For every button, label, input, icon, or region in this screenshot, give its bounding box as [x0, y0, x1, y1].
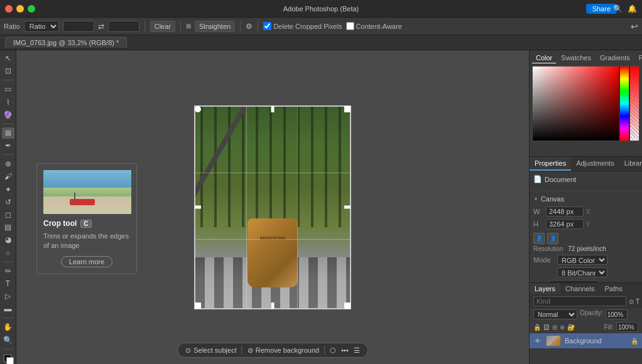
- foreground-color[interactable]: [2, 353, 14, 364]
- quick-select-tool[interactable]: 🔮: [2, 109, 14, 120]
- eyedropper-tool[interactable]: ✒: [2, 140, 14, 151]
- move-tool[interactable]: ↖: [2, 53, 14, 64]
- lasso-tool[interactable]: ⌇: [2, 97, 14, 108]
- zoom-tool[interactable]: 🔍: [2, 335, 14, 346]
- alpha-slider[interactable]: [630, 67, 639, 141]
- blur-tool[interactable]: ◕: [2, 234, 14, 245]
- tab-properties[interactable]: Properties: [530, 157, 571, 171]
- lock-icon-transparent[interactable]: 🔒: [533, 324, 541, 331]
- color-picker-area[interactable]: [532, 66, 639, 141]
- toolbar: Ratio Ratio 1:1 16:9 ⇄ Clear ⊞ Straighte…: [0, 18, 642, 35]
- bit-depth-select[interactable]: 8 Bit/Channel 16 Bit/Channel: [557, 267, 607, 277]
- mask-icon[interactable]: ⬡: [330, 346, 336, 355]
- opacity-input[interactable]: [606, 309, 628, 319]
- filter-icon-2[interactable]: T: [636, 298, 639, 305]
- crop-handle-top-right[interactable]: [344, 106, 351, 112]
- more-options-btn[interactable]: •••: [341, 346, 349, 354]
- crop-handle-mid-left[interactable]: [195, 206, 201, 209]
- fill-input[interactable]: [616, 322, 638, 332]
- artboard-tool[interactable]: ⊡: [2, 65, 14, 77]
- gradient-tool[interactable]: ▤: [2, 222, 14, 233]
- hue-slider[interactable]: [620, 67, 629, 141]
- blend-mode-select[interactable]: Normal Multiply Screen: [533, 309, 577, 319]
- ratio-height-input[interactable]: [108, 21, 139, 32]
- clone-tool[interactable]: ✦: [2, 184, 14, 195]
- lock-icon-artboard[interactable]: ⊕: [560, 324, 565, 331]
- brush-tool[interactable]: 🖌: [2, 171, 14, 182]
- select-subject-btn[interactable]: ⊙ Select subject: [185, 346, 236, 355]
- layers-search-input[interactable]: [533, 296, 626, 306]
- shape-tool[interactable]: ▬: [2, 303, 14, 314]
- tab-patterns[interactable]: Patterns: [635, 53, 642, 63]
- tab-adjustments[interactable]: Adjustments: [571, 157, 619, 171]
- lock-icon-all[interactable]: 🔐: [567, 324, 575, 331]
- swap-icon[interactable]: ⇄: [98, 22, 104, 31]
- undo-icon[interactable]: ↩: [631, 21, 638, 31]
- notifications-icon[interactable]: 🔔: [628, 4, 637, 13]
- settings-icon[interactable]: ⚙: [246, 22, 253, 31]
- tab-color[interactable]: Color: [532, 53, 556, 63]
- tab-paths[interactable]: Paths: [600, 283, 628, 294]
- ratio-width-input[interactable]: [63, 21, 94, 32]
- lock-icon-image[interactable]: 🖼: [543, 324, 550, 331]
- crop-handle-top-mid[interactable]: [271, 106, 275, 112]
- delete-cropped-checkbox[interactable]: [263, 22, 271, 30]
- tab-swatches[interactable]: Swatches: [557, 53, 595, 63]
- crop-tool[interactable]: ⊠: [2, 127, 14, 139]
- grid-icon: ⊞: [186, 23, 191, 29]
- tab-gradients[interactable]: Gradients: [596, 53, 634, 63]
- document-section-header[interactable]: 📄 Document: [533, 175, 638, 183]
- width-input[interactable]: [546, 206, 584, 217]
- ratio-select[interactable]: Ratio 1:1 16:9: [24, 21, 59, 32]
- learn-more-button[interactable]: Learn more: [61, 256, 112, 267]
- height-input[interactable]: [546, 219, 584, 229]
- content-aware-check[interactable]: Content-Aware: [346, 22, 402, 30]
- minimize-button[interactable]: [16, 5, 24, 13]
- delete-cropped-check[interactable]: Delete Cropped Pixels: [263, 22, 342, 30]
- mode-select[interactable]: RGB Color: [557, 255, 607, 265]
- layers-blend-row: Normal Multiply Screen Opacity:: [530, 308, 642, 321]
- clear-button[interactable]: Clear: [150, 21, 175, 32]
- document-icon: 📄: [533, 175, 542, 183]
- lock-icon-position[interactable]: ⊞: [552, 324, 557, 331]
- marquee-tool[interactable]: ▭: [2, 83, 14, 95]
- path-select-tool[interactable]: ▷: [2, 291, 14, 302]
- crop-handle-bottom-left[interactable]: [195, 302, 201, 309]
- filter-icon-1[interactable]: ⊙: [629, 298, 634, 305]
- layers-tabs: Layers Channels Paths: [530, 283, 642, 294]
- layer-visibility-toggle[interactable]: 👁: [533, 336, 542, 345]
- search-icon[interactable]: 🔍: [613, 4, 623, 13]
- image-tab[interactable]: IMG_0763.jpg @ 33,2% (RGB/8) *: [5, 37, 127, 48]
- tab-libraries[interactable]: Libraries: [619, 157, 642, 171]
- grid-options-btn[interactable]: ☰: [354, 346, 360, 355]
- canvas-section-header[interactable]: ▼ Canvas: [533, 195, 638, 203]
- remove-background-btn[interactable]: ⊘ Remove background: [248, 346, 320, 355]
- hand-tool[interactable]: ✋: [2, 321, 14, 333]
- color-gradient-picker[interactable]: [533, 67, 619, 141]
- content-aware-checkbox[interactable]: [346, 22, 354, 30]
- crop-handle-mid-right[interactable]: [344, 206, 351, 209]
- dodge-tool[interactable]: ○: [2, 247, 14, 259]
- background-layer-row[interactable]: 👁 Background 🔒: [530, 333, 642, 348]
- y-label: Y: [586, 221, 596, 228]
- share-button[interactable]: Share: [586, 4, 617, 14]
- close-button[interactable]: [5, 5, 13, 13]
- straighten-button[interactable]: Straighten: [195, 21, 235, 32]
- tab-layers[interactable]: Layers: [530, 283, 560, 294]
- crop-tool-tooltip: Crop tool C Trims or expands the edges o…: [36, 163, 137, 274]
- healing-tool[interactable]: ⊕: [2, 158, 14, 169]
- history-brush-tool[interactable]: ↺: [2, 196, 14, 208]
- link-icon[interactable]: 👤: [533, 233, 545, 244]
- tab-channels[interactable]: Channels: [560, 283, 599, 294]
- crop-handle-bottom-right[interactable]: [344, 302, 351, 309]
- person-icon[interactable]: 👤: [547, 233, 558, 244]
- mode-row: Mode RGB Color: [533, 255, 638, 265]
- eraser-tool[interactable]: ◻: [2, 209, 14, 220]
- crop-handle-top-left[interactable]: [195, 106, 201, 112]
- pen-tool[interactable]: ✏: [2, 265, 14, 277]
- photo-canvas[interactable]: ARGENTINA: [194, 105, 351, 309]
- type-tool[interactable]: T: [2, 278, 14, 289]
- crop-handle-bottom-mid[interactable]: [271, 302, 275, 309]
- main-area: ↖ ⊡ ▭ ⌇ 🔮 ⊠ ✒ ⊕ 🖌 ✦ ↺ ◻ ▤ ◕ ○ ✏ T ▷ ▬ ✋ …: [0, 50, 642, 364]
- maximize-button[interactable]: [28, 5, 35, 13]
